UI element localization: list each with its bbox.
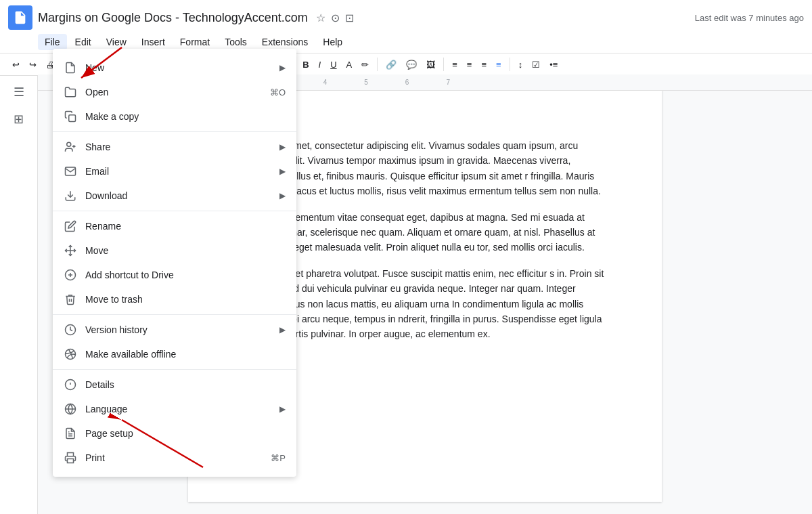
divider-6	[443, 58, 444, 71]
svg-rect-19	[68, 459, 74, 463]
share-arrow: ▶	[279, 142, 286, 152]
menu-item-move-trash[interactable]: Move to trash	[53, 287, 296, 312]
trash-icon	[64, 293, 77, 306]
page-setup-icon	[64, 427, 77, 440]
menu-item-version-history[interactable]: Version history ▶	[53, 318, 296, 342]
menu-section-2: Share ▶ Email ▶ Download ▶	[53, 132, 296, 211]
language-label: Language	[85, 404, 271, 414]
open-shortcut: ⌘O	[270, 87, 286, 98]
left-sidebar: ☰ ⊞	[0, 76, 38, 514]
last-edit-text: Last edit was 7 minutes ago	[695, 13, 804, 23]
cloud-icon[interactable]: ⊙	[331, 12, 340, 24]
rename-label: Rename	[85, 221, 286, 232]
paragraph-3: ugiat velit eget pharetra volutpat. Fusc…	[242, 266, 608, 342]
divider-5	[377, 58, 378, 71]
ruler-mark-6: 6	[405, 79, 409, 86]
open-icon	[64, 85, 77, 99]
underline-button[interactable]: U	[326, 57, 340, 72]
move-label: Move	[85, 245, 286, 256]
menu-item-page-setup[interactable]: Page setup	[53, 421, 296, 446]
star-icon[interactable]: ☆	[316, 12, 325, 24]
new-doc-icon	[64, 61, 77, 74]
add-shortcut-label: Add shortcut to Drive	[85, 270, 286, 280]
print-icon	[64, 451, 77, 465]
version-history-arrow: ▶	[279, 325, 286, 335]
rename-icon	[64, 219, 77, 233]
menu-tools[interactable]: Tools	[218, 34, 254, 50]
paragraph-2: cus turpis, elementum vitae consequat eg…	[242, 210, 608, 255]
menu-item-language[interactable]: Language ▶	[53, 397, 296, 421]
page-setup-label: Page setup	[85, 428, 286, 439]
menu-item-rename[interactable]: Rename	[53, 214, 296, 238]
menu-section-1: New ▶ Open ⌘O Make a copy	[53, 53, 296, 132]
shortcut-icon	[64, 268, 77, 282]
menu-item-print[interactable]: Print ⌘P	[53, 446, 296, 470]
svg-point-1	[67, 142, 71, 146]
menu-item-make-copy[interactable]: Make a copy	[53, 104, 296, 129]
link-button[interactable]: 🔗	[382, 57, 401, 72]
download-icon	[64, 189, 77, 202]
share-label: Share	[85, 142, 271, 152]
print-shortcut: ⌘P	[271, 453, 286, 463]
align-center[interactable]: ≡	[463, 57, 476, 72]
move-trash-label: Move to trash	[85, 294, 286, 305]
offline-label: Make available offline	[85, 349, 286, 360]
email-icon	[64, 165, 77, 178]
top-bar: Margins on Google Docs - TechnologyAccen…	[0, 0, 812, 53]
menu-item-download[interactable]: Download ▶	[53, 184, 296, 208]
download-label: Download	[85, 190, 271, 201]
menu-item-new[interactable]: New ▶	[53, 56, 296, 80]
menu-file[interactable]: File	[38, 34, 67, 50]
redo-button[interactable]: ↪	[25, 57, 41, 72]
menu-section-3: Rename Move	[53, 211, 296, 315]
menu-item-email[interactable]: Email ▶	[53, 159, 296, 184]
comment-button[interactable]: 💬	[402, 57, 421, 72]
sidebar-icon-outline[interactable]: ⊞	[8, 108, 30, 130]
menu-section-4: Version history ▶ Make available offline	[53, 315, 296, 370]
title-icons: ☆ ⊙ ⊡	[316, 12, 354, 24]
print-label: Print	[85, 452, 263, 463]
copy-icon	[64, 110, 77, 123]
undo-button[interactable]: ↩	[8, 57, 24, 72]
menu-extensions[interactable]: Extensions	[255, 34, 315, 50]
menu-item-share[interactable]: Share ▶	[53, 135, 296, 159]
move-icon	[64, 244, 77, 257]
new-label: New	[85, 62, 271, 73]
menu-format[interactable]: Format	[173, 34, 217, 50]
menu-view[interactable]: View	[99, 34, 133, 50]
menu-item-move[interactable]: Move	[53, 238, 296, 263]
align-right[interactable]: ≡	[477, 57, 491, 72]
email-arrow: ▶	[279, 167, 286, 176]
folder-icon[interactable]: ⊡	[345, 12, 354, 24]
line-spacing[interactable]: ↕	[514, 57, 527, 72]
open-label: Open	[85, 87, 262, 98]
menu-item-offline[interactable]: Make available offline	[53, 342, 296, 366]
share-icon	[64, 140, 77, 154]
image-button[interactable]: 🖼	[422, 57, 439, 72]
italic-button[interactable]: I	[315, 57, 325, 72]
email-label: Email	[85, 166, 271, 177]
divider-7	[510, 58, 510, 71]
highlight-button[interactable]: ✏	[357, 57, 373, 72]
sidebar-icon-pages[interactable]: ☰	[8, 81, 30, 103]
details-icon	[64, 378, 77, 391]
menu-item-add-shortcut[interactable]: Add shortcut to Drive	[53, 263, 296, 287]
text-color-button[interactable]: A	[342, 57, 357, 72]
svg-rect-0	[69, 115, 76, 122]
bold-button[interactable]: B	[298, 57, 313, 72]
menu-section-5: Details Language ▶	[53, 370, 296, 473]
language-icon	[64, 402, 77, 416]
menu-item-open[interactable]: Open ⌘O	[53, 80, 296, 104]
bullet-list[interactable]: •≡	[545, 57, 562, 72]
menu-help[interactable]: Help	[316, 34, 349, 50]
paragraph-1: m dolor sit amet, consectetur adipiscing…	[242, 138, 608, 199]
align-left[interactable]: ≡	[448, 57, 461, 72]
new-arrow: ▶	[279, 63, 286, 72]
menu-item-details[interactable]: Details	[53, 372, 296, 397]
ruler-mark-7: 7	[446, 79, 450, 86]
menu-edit[interactable]: Edit	[68, 34, 98, 50]
checklist[interactable]: ☑	[528, 57, 544, 72]
align-justify[interactable]: ≡	[492, 57, 505, 72]
download-arrow: ▶	[279, 191, 286, 200]
menu-insert[interactable]: Insert	[135, 34, 172, 50]
